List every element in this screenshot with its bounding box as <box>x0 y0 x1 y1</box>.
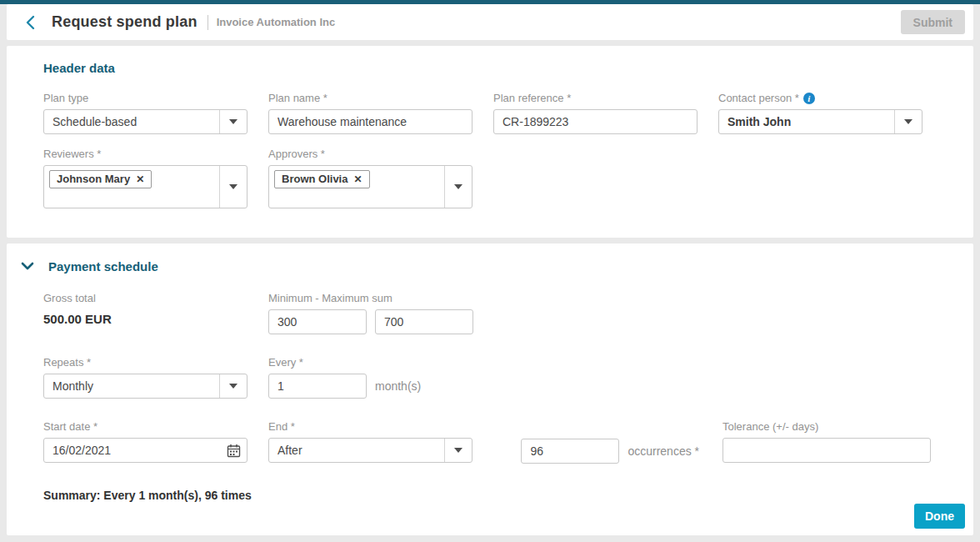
dropdown-arrow-icon[interactable] <box>219 374 247 398</box>
contact-person-label: Contact person * i <box>718 92 922 104</box>
every-field: Every * month(s) <box>268 356 472 399</box>
tolerance-input[interactable] <box>722 438 931 463</box>
calendar-icon <box>227 444 241 458</box>
approver-tag-name: Brown Olivia <box>282 173 348 185</box>
submit-button[interactable]: Submit <box>901 10 965 34</box>
payment-row-3: Start date * <box>43 420 940 464</box>
end-field: End * After <box>268 420 472 464</box>
min-max-field: Minimum - Maximum sum <box>268 292 472 334</box>
plan-reference-field: Plan reference * <box>493 92 698 134</box>
gross-total-label: Gross total <box>43 292 248 304</box>
gross-total-value: 500.00 EUR <box>43 312 248 326</box>
plan-name-input[interactable] <box>268 109 472 134</box>
approvers-label: Approvers * <box>268 148 472 160</box>
header-data-section: Header data Plan type Schedule-based Pla… <box>7 46 973 238</box>
plan-reference-label: Plan reference * <box>493 92 698 104</box>
schedule-summary-text: Summary: Every 1 month(s), 96 times <box>43 489 940 502</box>
header-data-row-2: Reviewers * Johnson Mary ✕ Approvers * B… <box>43 148 940 208</box>
payment-schedule-title: Payment schedule <box>48 259 158 274</box>
dropdown-arrow-icon[interactable] <box>894 110 922 133</box>
dropdown-arrow-icon[interactable] <box>444 166 472 208</box>
occurrences-field: occurrences * <box>493 420 699 464</box>
plan-name-field: Plan name * <box>268 92 472 134</box>
minimum-sum-input[interactable] <box>268 309 367 334</box>
occurrences-suffix-text: occurrences * <box>628 444 699 458</box>
min-max-label: Minimum - Maximum sum <box>268 292 472 304</box>
info-icon[interactable]: i <box>803 93 815 104</box>
payment-row-2: Repeats * Monthly Every * month(s) <box>43 356 940 399</box>
header-data-row-1: Plan type Schedule-based Plan name * Pla… <box>43 92 940 134</box>
approvers-tags: Brown Olivia ✕ <box>269 166 444 208</box>
start-date-control <box>43 438 248 463</box>
approvers-field: Approvers * Brown Olivia ✕ <box>268 148 472 208</box>
reviewer-tag: Johnson Mary ✕ <box>49 170 152 188</box>
repeats-label: Repeats * <box>43 356 248 369</box>
repeats-select[interactable]: Monthly <box>43 374 248 399</box>
page-header: Request spend plan Invoice Automation In… <box>7 4 973 40</box>
payment-row-1: Gross total 500.00 EUR Minimum - Maximum… <box>43 292 940 334</box>
every-unit-text: month(s) <box>375 379 421 393</box>
dropdown-arrow-icon[interactable] <box>219 110 247 133</box>
end-value: After <box>269 439 444 462</box>
plan-type-field: Plan type Schedule-based <box>43 92 248 134</box>
occurrences-input[interactable] <box>521 439 619 464</box>
calendar-button[interactable] <box>220 444 247 458</box>
payment-schedule-section: Payment schedule Gross total 500.00 EUR … <box>7 243 973 535</box>
reviewers-multiselect[interactable]: Johnson Mary ✕ <box>43 165 248 208</box>
dropdown-arrow-icon[interactable] <box>444 439 472 462</box>
occurrences-input-row: occurrences * <box>521 439 699 464</box>
maximum-sum-input[interactable] <box>375 309 473 334</box>
company-subtitle: Invoice Automation Inc <box>217 16 336 28</box>
tolerance-field: Tolerance (+/- days) <box>722 420 931 464</box>
reviewers-field: Reviewers * Johnson Mary ✕ <box>43 148 248 208</box>
plan-reference-input[interactable] <box>493 109 698 134</box>
contact-person-label-text: Contact person * <box>718 92 799 104</box>
plan-type-select[interactable]: Schedule-based <box>43 109 248 134</box>
dropdown-arrow-icon[interactable] <box>219 166 247 208</box>
payment-schedule-header: Payment schedule <box>18 257 940 275</box>
reviewers-label: Reviewers * <box>43 148 248 160</box>
contact-person-select[interactable]: Smith John <box>718 109 922 134</box>
plan-type-value: Schedule-based <box>44 110 219 133</box>
header-data-title: Header data <box>43 61 940 75</box>
repeats-field: Repeats * Monthly <box>43 356 248 399</box>
title-divider <box>208 15 208 30</box>
chevron-down-icon <box>21 262 34 270</box>
remove-tag-icon[interactable]: ✕ <box>136 173 144 185</box>
back-button[interactable] <box>20 12 42 33</box>
reviewer-tag-name: Johnson Mary <box>57 173 130 185</box>
remove-tag-icon[interactable]: ✕ <box>353 173 362 185</box>
chevron-left-icon <box>25 15 37 30</box>
approvers-multiselect[interactable]: Brown Olivia ✕ <box>268 165 472 208</box>
contact-person-field: Contact person * i Smith John <box>718 92 922 134</box>
end-select[interactable]: After <box>268 438 472 463</box>
done-button[interactable]: Done <box>914 504 965 529</box>
end-label: End * <box>268 420 472 433</box>
repeats-value: Monthly <box>44 374 219 398</box>
approver-tag: Brown Olivia ✕ <box>274 170 370 188</box>
contact-person-value: Smith John <box>719 110 894 133</box>
gross-total-field: Gross total 500.00 EUR <box>43 292 248 334</box>
collapse-section-button[interactable] <box>18 257 37 275</box>
start-date-label: Start date * <box>43 420 248 433</box>
payment-schedule-body: Gross total 500.00 EUR Minimum - Maximum… <box>18 292 940 502</box>
reviewers-tags: Johnson Mary ✕ <box>44 166 219 208</box>
page-title: Request spend plan <box>52 13 198 31</box>
every-label: Every * <box>268 356 472 369</box>
every-input[interactable] <box>268 374 367 399</box>
start-date-input[interactable] <box>44 444 220 457</box>
plan-name-label: Plan name * <box>268 92 472 104</box>
plan-type-label: Plan type <box>43 92 248 104</box>
tolerance-label: Tolerance (+/- days) <box>722 420 931 433</box>
start-date-field: Start date * <box>43 420 248 464</box>
every-input-row: month(s) <box>268 374 472 399</box>
min-max-inputs <box>268 309 472 334</box>
